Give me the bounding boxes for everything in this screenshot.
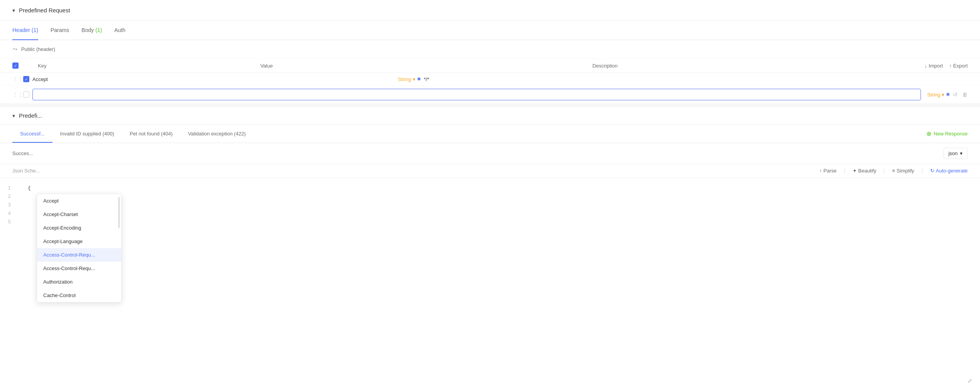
tab-400[interactable]: Invalid ID supplied (400) [53, 125, 122, 143]
predefined-request-header: ▾ Predefined Request [0, 0, 980, 21]
select-all-checkbox[interactable] [12, 63, 19, 69]
parse-icon: ↑ [819, 168, 822, 174]
table-row: ⋮⋮ Accept String ▾ ✱ */* [0, 73, 980, 86]
dropdown-item-access-control-1[interactable]: Access-Control-Requ... [37, 248, 121, 262]
column-description-label: Description [592, 63, 617, 69]
new-response-icon: ⊕ [926, 130, 931, 137]
tab-body[interactable]: Body (1) [81, 21, 102, 40]
toolbar-actions: ↑ Parse ✦ Beautify ≡ Simplify ↻ Auto-gen… [819, 168, 968, 174]
tab-422[interactable]: Validation exception (422) [180, 125, 253, 143]
key-input-2[interactable] [32, 89, 921, 100]
dropdown-item-accept[interactable]: Accept [37, 194, 121, 208]
response-tabs-bar: Successf... Invalid ID supplied (400) Pe… [0, 125, 980, 143]
format-select[interactable]: json ▾ [943, 148, 968, 159]
new-response-button[interactable]: ⊕ New Response [926, 125, 968, 143]
drag-handle-2[interactable]: ⋮⋮ [12, 91, 20, 98]
row-checkbox-1[interactable] [23, 76, 29, 82]
import-icon: ↓ [925, 63, 927, 69]
collapse-icon[interactable]: ▾ [12, 7, 15, 14]
import-button[interactable]: ↓ Import [925, 63, 943, 69]
collapse-icon-2[interactable]: ▾ [12, 113, 15, 119]
row-checkbox-2[interactable] [23, 91, 29, 98]
toolbar-separator-3 [922, 168, 922, 174]
dropdown-item-accept-encoding[interactable]: Accept-Encoding [37, 221, 121, 235]
dropdown-item-cache-control[interactable]: Cache-Control [37, 289, 121, 302]
tab-header[interactable]: Header (1) [12, 21, 38, 40]
page-container: ▾ Predefined Request Header (1) Params B… [0, 0, 980, 392]
table-header-row: Key Value Description ↓ Import ↑ Export [0, 59, 980, 73]
success-section: Succes... json ▾ [0, 143, 980, 164]
tab-params[interactable]: Params [51, 21, 69, 40]
simplify-icon: ≡ [892, 168, 895, 174]
export-icon: ↑ [949, 63, 952, 69]
dropdown-item-accept-charset[interactable]: Accept-Charset [37, 208, 121, 221]
autogenerate-icon: ↻ [930, 168, 934, 174]
reset-button[interactable]: ↺ [953, 91, 958, 98]
public-label: Public (header) [21, 46, 55, 52]
type-chevron-icon: ▾ [413, 76, 415, 82]
dropdown-scrollbar [118, 197, 120, 228]
dropdown-item-access-control-2[interactable]: Access-Control-Requ... [37, 262, 121, 275]
column-key-label: Key [38, 63, 46, 69]
export-button[interactable]: ↑ Export [949, 63, 968, 69]
format-chevron-icon: ▾ [960, 150, 963, 156]
table-row-editing: ⋮⋮ String ▾ ✱ ↺ 🗑 Accept Accept-Charset … [0, 86, 980, 104]
dropdown-item-accept-language[interactable]: Accept-Language [37, 235, 121, 248]
beautify-icon: ✦ [853, 168, 857, 174]
success-label: Succes... [12, 150, 33, 156]
type-chevron-icon-2: ▾ [942, 92, 944, 98]
value-field-1: */* [424, 76, 968, 82]
simplify-button[interactable]: ≡ Simplify [892, 168, 914, 174]
schema-label: Json Sche... [12, 168, 40, 174]
predefined-request-title: Predefined Request [19, 7, 70, 14]
tab-auth[interactable]: Auth [114, 21, 125, 40]
predefined-section2-header: ▾ Predefi... [0, 107, 980, 125]
tabs-bar: Header (1) Params Body (1) Auth [0, 21, 980, 40]
autogenerate-button[interactable]: ↻ Auto-generate [930, 168, 968, 174]
public-header-row: ⤳ Public (header) [0, 40, 980, 59]
required-star-1: ✱ [417, 76, 421, 82]
section-separator [0, 104, 980, 107]
dropdown-item-authorization[interactable]: Authorization [37, 275, 121, 289]
tab-404[interactable]: Pet not found (404) [122, 125, 180, 143]
type-badge-1[interactable]: String ▾ ✱ [398, 76, 421, 82]
toolbar-separator-2 [884, 168, 884, 174]
column-value-label: Value [260, 63, 273, 69]
predefined-section2-title: Predefi... [19, 112, 42, 119]
required-star-2: ✱ [946, 92, 950, 97]
line-numbers: 1 2 3 4 5 [0, 178, 15, 233]
toolbar-separator-1 [844, 168, 845, 174]
beautify-button[interactable]: ✦ Beautify [853, 168, 877, 174]
key-field-1: Accept [32, 76, 395, 82]
autocomplete-dropdown: Accept Accept-Charset Accept-Encoding Ac… [37, 194, 122, 302]
public-icon: ⤳ [12, 46, 17, 53]
code-area: 1 2 3 4 5 { ⤢ [0, 178, 980, 392]
row-actions-2: ↺ 🗑 [953, 91, 968, 98]
schema-toolbar: Json Sche... ↑ Parse ✦ Beautify ≡ Simpli… [0, 164, 980, 178]
tab-success[interactable]: Successf... [12, 125, 53, 143]
type-badge-2[interactable]: String ▾ ✱ [927, 92, 950, 98]
parse-button[interactable]: ↑ Parse [819, 168, 836, 174]
delete-button[interactable]: 🗑 [962, 91, 968, 98]
expand-button[interactable]: ⤢ [968, 378, 972, 384]
drag-handle[interactable]: ⋮⋮ [12, 76, 20, 82]
code-content[interactable]: { [28, 184, 968, 193]
